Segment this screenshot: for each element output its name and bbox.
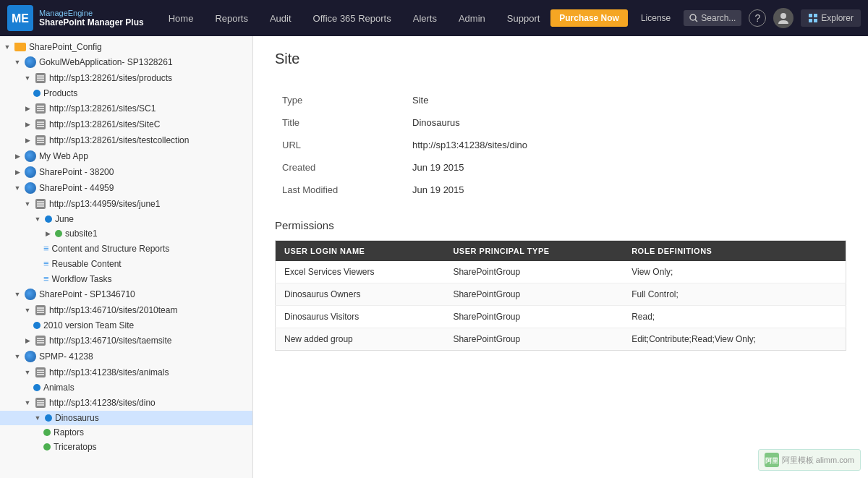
sidebar: ▼ SharePoint_Config ▼ GokulWebApplicatio… (0, 36, 253, 478)
page-title: Site (275, 51, 846, 74)
tree-item-reusable-content[interactable]: ≡ Reusable Content (0, 256, 252, 271)
svg-rect-28 (37, 205, 44, 207)
svg-rect-34 (37, 338, 44, 339)
svg-rect-42 (37, 400, 44, 401)
nav-support[interactable]: Support (497, 9, 550, 28)
svg-rect-5 (809, 14, 812, 17)
tree-item-spmp41238[interactable]: ▼ SPMP- 41238 (0, 349, 252, 364)
tree-item-sharepoint-config[interactable]: ▼ SharePoint_Config (0, 40, 252, 54)
globe-icon (25, 150, 36, 162)
tree-item-taemsite[interactable]: ▶ http://sp13:46710/sites/taemsite (0, 333, 252, 349)
search-icon (689, 14, 698, 22)
tree-item-dinosaurus[interactable]: ▼ Dinosaurus (0, 411, 252, 425)
tree-label: Raptors (54, 427, 84, 438)
perm-cell-type: SharePointGroup (444, 261, 623, 283)
tree-item-subsite1[interactable]: ▶ subsite1 (0, 226, 252, 241)
tree-item-sc1[interactable]: ▶ http://sp13:28261/sites/SC1 (0, 101, 252, 116)
perm-col2-header: USER PRINCIPAL TYPE (444, 241, 623, 262)
globe-icon (25, 182, 36, 194)
tree-label: SPMP- 41238 (39, 351, 93, 362)
tree-item-sp1346710[interactable]: ▼ SharePoint - SP1346710 (0, 286, 252, 302)
tree-item-gokul[interactable]: ▼ GokulWebApplication- SP1328261 (0, 54, 252, 70)
tree-item-june1-url[interactable]: ▼ http://sp13:44959/sites/june1 (0, 196, 252, 212)
detail-row-type: Type Site (275, 89, 846, 111)
search-area[interactable]: Search... (684, 10, 741, 26)
permissions-title: Permissions (275, 219, 846, 231)
tree-item-products[interactable]: Products (0, 86, 252, 101)
tree-item-testcollection[interactable]: ▶ http://sp13:28261/sites/testcollection (0, 132, 252, 148)
layout: ▼ SharePoint_Config ▼ GokulWebApplicatio… (0, 36, 868, 478)
type-value: Site (405, 89, 846, 111)
watermark-box: 阿里 阿里模板 alimm.com (758, 449, 861, 471)
list-icon: ≡ (43, 243, 49, 254)
main-content: Site Type Site Title Dinosaurus URL http… (253, 36, 868, 478)
tree-label: Reusable Content (52, 259, 122, 269)
tree-item-sp44959[interactable]: ▼ SharePoint - 44959 (0, 180, 252, 196)
svg-point-2 (690, 14, 696, 20)
perm-cell-role: Full Control; (623, 283, 846, 306)
svg-point-4 (780, 13, 786, 19)
perm-row: New added groupSharePointGroupEdit;Contr… (276, 328, 846, 351)
perm-cell-type: SharePointGroup (444, 283, 623, 306)
expand-icon: ▼ (3, 43, 12, 51)
manageengine-logo-icon: ME (7, 5, 33, 31)
created-label: Created (275, 156, 405, 179)
globe-icon (25, 289, 36, 300)
svg-rect-23 (37, 140, 44, 141)
tree-item-sitec[interactable]: ▶ http://sp13:28261/sites/SiteC (0, 116, 252, 132)
tree-item-animals-url[interactable]: ▼ http://sp13:41238/sites/animals (0, 364, 252, 380)
svg-rect-7 (809, 19, 812, 22)
tree-item-products-url[interactable]: ▼ http://sp13:28261/sites/products (0, 70, 252, 86)
tree-label: June (55, 214, 74, 224)
created-value: Jun 19 2015 (405, 156, 846, 179)
globe-icon (25, 351, 36, 362)
perm-row: Excel Services ViewersSharePointGroupVie… (276, 261, 846, 283)
expand-icon: ▼ (33, 414, 42, 422)
server-icon (35, 198, 46, 210)
tree-item-sp38200[interactable]: ▶ SharePoint - 38200 (0, 164, 252, 180)
expand-icon: ▼ (23, 200, 32, 208)
explorer-label: Explorer (821, 13, 854, 23)
tree-label: SharePoint - SP1346710 (39, 289, 135, 299)
tree-label: Dinosaurus (55, 413, 99, 423)
server-icon (35, 397, 46, 409)
circle-icon (33, 322, 41, 329)
nav-admin[interactable]: Admin (448, 9, 495, 28)
circle-icon (33, 90, 41, 97)
user-avatar[interactable] (773, 8, 793, 28)
tree-item-dino-url[interactable]: ▼ http://sp13:41238/sites/dino (0, 395, 252, 411)
tree-item-triceratops[interactable]: Triceratops (0, 440, 252, 454)
explorer-button[interactable]: Explorer (801, 9, 861, 27)
title-label: Title (275, 111, 405, 134)
tree-item-2010teamsite[interactable]: 2010 version Team Site (0, 318, 252, 333)
tree-label: SharePoint - 44959 (39, 183, 114, 193)
tree-item-content-structure[interactable]: ≡ Content and Structure Reports (0, 241, 252, 256)
tree-item-animals[interactable]: Animals (0, 380, 252, 395)
nav-audit[interactable]: Audit (260, 9, 302, 28)
tree-label: Animals (43, 383, 75, 393)
nav-office365[interactable]: Office 365 Reports (303, 9, 401, 28)
perm-cell-user: New added group (276, 328, 445, 351)
nav-home[interactable]: Home (158, 9, 204, 28)
tree-item-mywebapp[interactable]: ▶ My Web App (0, 148, 252, 164)
expand-icon: ▼ (23, 368, 32, 377)
expand-icon: ▼ (13, 352, 22, 361)
nav-alerts[interactable]: Alerts (403, 9, 447, 28)
user-icon (777, 12, 790, 25)
purchase-button[interactable]: Purchase Now (550, 9, 628, 27)
circle-icon (55, 230, 62, 237)
tree-item-raptors[interactable]: Raptors (0, 425, 252, 440)
detail-table: Type Site Title Dinosaurus URL http://sp… (275, 89, 846, 201)
help-button[interactable]: ? (749, 9, 766, 27)
tree-item-2010team-url[interactable]: ▼ http://sp13:46710/sites/2010team (0, 302, 252, 318)
svg-rect-44 (37, 404, 44, 406)
expand-icon: ▼ (13, 184, 22, 192)
tree-item-june[interactable]: ▼ June (0, 212, 252, 226)
tree-label: http://sp13:46710/sites/taemsite (49, 336, 171, 346)
nav-reports[interactable]: Reports (205, 9, 258, 28)
permissions-body: Excel Services ViewersSharePointGroupVie… (276, 261, 846, 351)
tree-item-workflow-tasks[interactable]: ≡ Workflow Tasks (0, 271, 252, 286)
server-icon (35, 304, 46, 316)
license-button[interactable]: License (635, 9, 676, 27)
circle-icon (43, 443, 51, 451)
